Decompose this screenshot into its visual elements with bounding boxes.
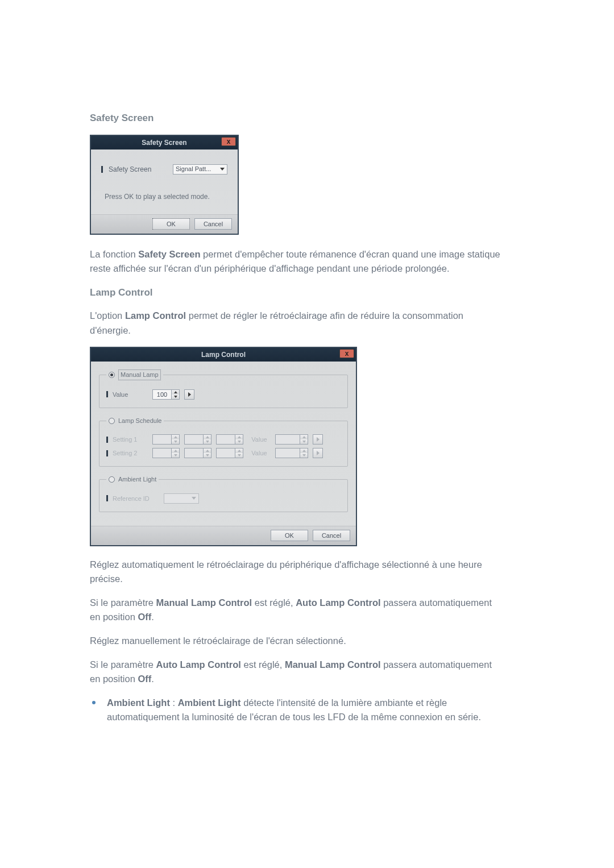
slider-open-button bbox=[313, 434, 323, 445]
text-bold: Auto Lamp Control bbox=[156, 659, 240, 670]
ampm-stepper bbox=[216, 434, 243, 445]
hour-stepper bbox=[152, 434, 180, 445]
legend-label: Manual Lamp bbox=[118, 369, 161, 380]
paragraph: Si le paramètre Manual Lamp Control est … bbox=[90, 596, 500, 625]
value-stepper[interactable]: 100 bbox=[152, 389, 180, 400]
signal-pattern-select[interactable]: Signal Patt... bbox=[173, 164, 227, 175]
setting2-label: Setting 2 bbox=[113, 448, 148, 458]
reference-id-row: Reference ID bbox=[106, 493, 341, 504]
text: L'option bbox=[90, 310, 125, 321]
close-icon[interactable]: x bbox=[339, 349, 354, 358]
reference-id-label: Reference ID bbox=[113, 494, 159, 504]
dialog-footer: OK Cancel bbox=[91, 526, 356, 545]
lamp-control-intro: L'option Lamp Control permet de régler l… bbox=[90, 309, 500, 338]
row-marker-icon bbox=[106, 495, 108, 501]
radio-icon[interactable] bbox=[109, 372, 115, 378]
paragraph: Si le paramètre Auto Lamp Control est ré… bbox=[90, 658, 500, 687]
reference-id-select bbox=[164, 493, 199, 504]
text: Si le paramètre bbox=[90, 659, 156, 670]
text: . bbox=[151, 612, 154, 622]
chevron-down-icon bbox=[174, 396, 177, 398]
value-stepper bbox=[275, 434, 308, 445]
bullet-icon bbox=[92, 701, 96, 704]
ampm-stepper bbox=[216, 448, 243, 458]
value-stepper bbox=[275, 448, 308, 458]
dialog-hint-text: Press OK to play a selected mode. bbox=[105, 192, 227, 202]
text-bold: Off bbox=[138, 612, 151, 622]
select-value: Signal Patt... bbox=[176, 164, 211, 174]
manual-value-row: Value 100 bbox=[106, 389, 341, 400]
value-word: Value bbox=[248, 435, 271, 445]
text: : bbox=[170, 697, 178, 708]
safety-screen-field-label: Safety Screen bbox=[109, 164, 151, 175]
ok-button[interactable]: OK bbox=[152, 218, 190, 230]
lamp-schedule-group: Lamp Schedule Setting 1 Value Setting 2 bbox=[99, 416, 348, 467]
text-bold: Manual Lamp Control bbox=[156, 597, 252, 608]
ambient-light-legend[interactable]: Ambient Light bbox=[106, 475, 159, 484]
paragraph: Réglez manuellement le rétroéclairage de… bbox=[90, 634, 500, 649]
schedule-setting2-row: Setting 2 Value bbox=[106, 448, 341, 458]
slider-open-button bbox=[313, 448, 323, 458]
minute-stepper bbox=[184, 434, 211, 445]
cancel-button[interactable]: Cancel bbox=[313, 530, 350, 541]
text-bold: Safety Screen bbox=[138, 249, 200, 259]
row-marker-icon bbox=[106, 450, 108, 456]
dialog-title: Safety Screen bbox=[142, 138, 186, 148]
legend-label: Ambient Light bbox=[118, 475, 156, 484]
stepper-arrows[interactable] bbox=[171, 390, 179, 399]
minute-stepper bbox=[184, 448, 211, 458]
dialog-titlebar: Lamp Control x bbox=[91, 348, 356, 362]
document-page: Safety Screen Safety Screen x Safety Scr… bbox=[0, 0, 529, 759]
text: est réglé, bbox=[252, 597, 296, 608]
value-word: Value bbox=[248, 448, 271, 458]
text: est réglé, bbox=[241, 659, 285, 670]
stepper-value: 100 bbox=[153, 390, 171, 399]
dialog-body: Manual Lamp Value 100 bbox=[91, 362, 356, 526]
dialog-title: Lamp Control bbox=[201, 350, 246, 360]
chevron-down-icon bbox=[220, 168, 225, 171]
list-item: Ambient Light : Ambient Light détecte l'… bbox=[90, 696, 500, 725]
chevron-right-icon bbox=[188, 392, 191, 397]
text: Si le paramètre bbox=[90, 597, 156, 608]
text: La fonction bbox=[90, 249, 138, 259]
text-bold: Auto Lamp Control bbox=[296, 597, 380, 608]
row-marker-icon bbox=[106, 437, 108, 443]
text-bold: Lamp Control bbox=[125, 310, 186, 321]
safety-screen-description: La fonction Safety Screen permet d'empêc… bbox=[90, 247, 500, 276]
legend-label: Lamp Schedule bbox=[118, 416, 161, 426]
list-item-body: Ambient Light : Ambient Light détecte l'… bbox=[107, 696, 500, 725]
bullet-list: Ambient Light : Ambient Light détecte l'… bbox=[90, 696, 500, 725]
lamp-schedule-legend[interactable]: Lamp Schedule bbox=[106, 416, 164, 426]
schedule-setting1-row: Setting 1 Value bbox=[106, 434, 341, 445]
row-marker-icon bbox=[106, 391, 108, 397]
lamp-control-dialog: Lamp Control x Manual Lamp Value 100 bbox=[90, 347, 357, 546]
value-label: Value bbox=[113, 390, 148, 400]
ok-button[interactable]: OK bbox=[271, 530, 308, 541]
dialog-titlebar: Safety Screen x bbox=[91, 136, 238, 149]
chevron-up-icon bbox=[174, 391, 177, 393]
text-bold: Manual Lamp Control bbox=[285, 659, 381, 670]
radio-icon[interactable] bbox=[109, 418, 115, 424]
dialog-footer: OK Cancel bbox=[91, 214, 238, 234]
text-bold: Ambient Light bbox=[107, 697, 170, 708]
ambient-light-group: Ambient Light Reference ID bbox=[99, 475, 348, 512]
slider-open-button[interactable] bbox=[184, 389, 194, 400]
text-bold: Ambient Light bbox=[178, 697, 241, 708]
radio-icon[interactable] bbox=[109, 476, 115, 483]
text: . bbox=[151, 674, 154, 684]
safety-screen-dialog: Safety Screen x Safety Screen Signal Pat… bbox=[90, 135, 239, 235]
paragraph: Réglez automatiquement le rétroéclairage… bbox=[90, 558, 500, 587]
row-marker-icon bbox=[101, 166, 103, 173]
safety-screen-row: Safety Screen Signal Patt... bbox=[101, 164, 227, 175]
safety-screen-heading: Safety Screen bbox=[90, 111, 500, 126]
hour-stepper bbox=[152, 448, 180, 458]
lamp-control-heading: Lamp Control bbox=[90, 285, 500, 300]
manual-lamp-group: Manual Lamp Value 100 bbox=[99, 369, 348, 408]
chevron-down-icon bbox=[192, 497, 196, 500]
close-icon[interactable]: x bbox=[221, 137, 236, 146]
setting1-label: Setting 1 bbox=[113, 435, 148, 445]
text-bold: Off bbox=[138, 674, 151, 684]
cancel-button[interactable]: Cancel bbox=[194, 218, 232, 230]
manual-lamp-legend[interactable]: Manual Lamp bbox=[106, 369, 163, 380]
dialog-body: Safety Screen Signal Patt... Press OK to… bbox=[91, 149, 238, 214]
